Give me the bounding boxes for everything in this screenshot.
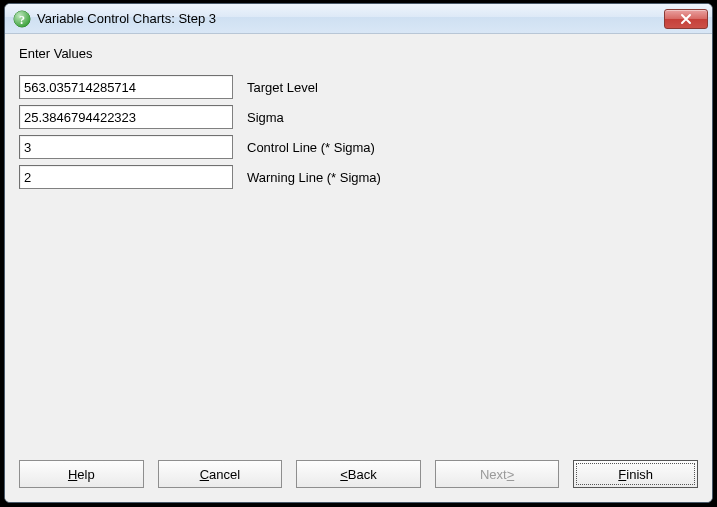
help-icon: ?: [13, 10, 31, 28]
close-icon: [679, 13, 693, 25]
next-button: Next >: [435, 460, 560, 488]
content-area: Enter Values Target Level Sigma Control …: [5, 34, 712, 450]
target-level-input[interactable]: [19, 75, 233, 99]
control-line-label: Control Line (* Sigma): [247, 140, 375, 155]
back-button[interactable]: < Back: [296, 460, 421, 488]
button-bar: Help Cancel < Back Next > Finish: [5, 450, 712, 502]
row-sigma: Sigma: [19, 105, 698, 129]
sigma-input[interactable]: [19, 105, 233, 129]
window-title: Variable Control Charts: Step 3: [37, 11, 664, 26]
finish-button[interactable]: Finish: [573, 460, 698, 488]
cancel-button[interactable]: Cancel: [158, 460, 283, 488]
titlebar: ? Variable Control Charts: Step 3: [5, 4, 712, 34]
sigma-label: Sigma: [247, 110, 284, 125]
help-button[interactable]: Help: [19, 460, 144, 488]
warning-line-label: Warning Line (* Sigma): [247, 170, 381, 185]
close-button[interactable]: [664, 9, 708, 29]
control-line-input[interactable]: [19, 135, 233, 159]
warning-line-input[interactable]: [19, 165, 233, 189]
section-label: Enter Values: [19, 46, 698, 61]
svg-text:?: ?: [19, 12, 25, 26]
row-target-level: Target Level: [19, 75, 698, 99]
row-control-line: Control Line (* Sigma): [19, 135, 698, 159]
row-warning-line: Warning Line (* Sigma): [19, 165, 698, 189]
dialog-window: ? Variable Control Charts: Step 3 Enter …: [4, 3, 713, 503]
target-level-label: Target Level: [247, 80, 318, 95]
